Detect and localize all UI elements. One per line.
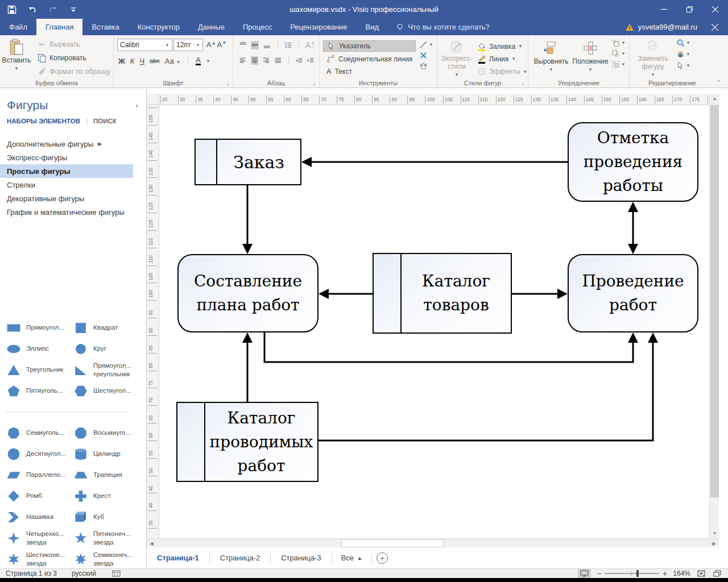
grow-font-button[interactable]: А▲ bbox=[206, 40, 216, 49]
line-style-button[interactable]: Линия▼ bbox=[475, 53, 530, 64]
zoom-slider[interactable]: − + bbox=[597, 569, 667, 577]
tab-stencils[interactable]: НАБОРЫ ЭЛЕМЕНТОВ bbox=[7, 118, 80, 124]
macro-recorder-icon[interactable] bbox=[111, 569, 121, 577]
close-x-icon[interactable] bbox=[705, 19, 725, 35]
group-button[interactable]: ▼ bbox=[611, 60, 626, 69]
connection-point-button[interactable] bbox=[419, 51, 433, 60]
copy-button[interactable]: Копировать bbox=[35, 52, 113, 64]
align-button[interactable]: Выровнять▼ bbox=[533, 38, 569, 77]
shape-star7[interactable]: Семиконеч... звезда bbox=[73, 551, 140, 567]
shape-styles-dialog-launcher-icon[interactable]: ⌟ bbox=[519, 80, 526, 86]
paragraph-dialog-launcher-icon[interactable]: ⌟ bbox=[311, 80, 317, 86]
decrease-indent-icon[interactable] bbox=[295, 56, 303, 65]
align-top-icon[interactable] bbox=[239, 41, 247, 49]
stencil-category[interactable]: Простые фигуры bbox=[0, 164, 133, 178]
font-family-select[interactable]: Calibri▼ bbox=[117, 39, 172, 51]
cut-button[interactable]: ✂Вырезать bbox=[35, 39, 113, 51]
bold-button[interactable]: Ж bbox=[118, 57, 125, 65]
change-shape-button[interactable]: Заменить фигуру▼ bbox=[634, 38, 672, 77]
italic-button[interactable]: К bbox=[130, 57, 135, 65]
node-katalog-tovarov[interactable]: Каталог товаров bbox=[373, 253, 512, 334]
scroll-up-icon[interactable]: ▲ bbox=[710, 94, 719, 103]
format-painter-button[interactable]: Формат по образцу bbox=[35, 65, 113, 77]
connector-tool-button[interactable]: Соединительная линия bbox=[323, 53, 416, 64]
find-button[interactable]: ▼ bbox=[676, 39, 690, 47]
node-katalog-rabot[interactable]: Каталог проводимых работ bbox=[176, 402, 318, 482]
shape-square[interactable]: Квадрат bbox=[73, 321, 140, 335]
shape-diamond[interactable]: Ромб bbox=[6, 489, 73, 504]
stencil-category[interactable]: Дополнительные фигуры▶ bbox=[0, 137, 146, 151]
line-tool-button[interactable]: ▼ bbox=[419, 40, 433, 49]
tell-me-box[interactable]: Что вы хотите сделать? bbox=[388, 19, 498, 35]
stencil-category[interactable]: Экспресс-фигуры bbox=[0, 151, 146, 164]
shape-circle[interactable]: Круг bbox=[73, 342, 140, 356]
shape-star4[interactable]: Четырехко... звезда bbox=[6, 530, 73, 546]
node-zakaz[interactable]: Заказ bbox=[195, 139, 301, 185]
node-otmetka[interactable]: Отметка проведения работы bbox=[568, 122, 698, 202]
font-color-button[interactable]: А bbox=[196, 56, 201, 65]
close-icon[interactable] bbox=[702, 0, 728, 19]
connector-katalograbot-provedenie[interactable] bbox=[318, 343, 653, 440]
shape-decagon[interactable]: Десятиугол... bbox=[6, 447, 73, 462]
scroll-right-icon[interactable]: ▶ bbox=[709, 539, 719, 548]
tab-конструктор[interactable]: Конструктор bbox=[129, 19, 189, 35]
vertical-scrollbar[interactable]: ▲ ▼ bbox=[709, 94, 719, 538]
shape-parallelogram[interactable]: Параллело... bbox=[6, 468, 73, 483]
shape-octagon[interactable]: Восьмиуго... bbox=[73, 426, 140, 440]
position-button[interactable]: Положение▼ bbox=[572, 38, 609, 77]
node-provedenie[interactable]: Проведение работ bbox=[568, 254, 698, 332]
shrink-font-button[interactable]: А▼ bbox=[217, 40, 227, 49]
tab-главная[interactable]: Главная bbox=[36, 19, 82, 35]
text-direction-icon[interactable]: A⤴ bbox=[305, 40, 315, 49]
zoom-slider-thumb[interactable] bbox=[636, 570, 639, 577]
tab-search[interactable]: ПОИСК bbox=[93, 118, 117, 124]
bring-forward-button[interactable]: ▼ bbox=[611, 39, 626, 47]
stencil-category[interactable]: Декоративные фигуры bbox=[0, 192, 146, 205]
justify-icon[interactable] bbox=[274, 56, 282, 65]
switch-windows-icon[interactable] bbox=[712, 569, 722, 577]
shape-trapezoid[interactable]: Трапеция bbox=[73, 468, 140, 483]
fit-page-icon[interactable] bbox=[696, 569, 706, 577]
stencil-category[interactable]: Стрелки bbox=[0, 178, 146, 192]
change-case-button[interactable]: Aa ▼ bbox=[165, 57, 180, 65]
shape-triangle[interactable]: Треугольник bbox=[6, 363, 73, 377]
align-middle-icon[interactable] bbox=[251, 41, 259, 49]
font-size-select[interactable]: 12пт▼ bbox=[173, 39, 203, 51]
shape-right-triangle[interactable]: Прямоугол... треугольник bbox=[73, 361, 140, 378]
layers-button[interactable]: ▼ bbox=[676, 50, 690, 59]
zoom-in-icon[interactable]: + bbox=[663, 569, 667, 577]
shape-heptagon[interactable]: Семиуголь... bbox=[6, 426, 73, 440]
tab-вид[interactable]: Вид bbox=[357, 19, 388, 35]
status-language[interactable]: русский bbox=[72, 569, 96, 577]
restore-icon[interactable] bbox=[677, 0, 702, 19]
bullets-icon[interactable] bbox=[284, 41, 292, 49]
tab-данные[interactable]: Данные bbox=[189, 19, 234, 35]
minimize-icon[interactable] bbox=[651, 0, 677, 19]
stencil-category[interactable]: График и математические фигуры bbox=[0, 205, 146, 219]
select-button[interactable]: ▼ bbox=[676, 61, 690, 70]
tab-процесс[interactable]: Процесс bbox=[234, 19, 281, 35]
shape-hexagon[interactable]: Шестиугол... bbox=[73, 384, 140, 398]
zoom-level[interactable]: 164% bbox=[673, 569, 690, 577]
increase-indent-icon[interactable] bbox=[307, 56, 315, 65]
shape-cross[interactable]: Крест bbox=[73, 489, 140, 504]
shape-chevron[interactable]: Нашивка bbox=[6, 510, 73, 525]
presentation-mode-icon[interactable] bbox=[578, 569, 591, 578]
shape-cube[interactable]: Куб bbox=[73, 510, 140, 525]
pointer-tool-button[interactable]: Указатель bbox=[323, 40, 416, 52]
collapse-ribbon-icon[interactable]: ⌃ bbox=[717, 79, 721, 85]
status-page-info[interactable]: Страница 1 из 3 bbox=[6, 569, 57, 577]
all-pages-button[interactable]: Все▲ bbox=[332, 554, 371, 562]
font-dialog-launcher-icon[interactable]: ⌟ bbox=[224, 80, 231, 86]
shape-ellipse[interactable]: Эллипс bbox=[6, 342, 73, 356]
paste-button[interactable]: Вставить▼ bbox=[0, 36, 33, 77]
align-center-icon[interactable] bbox=[251, 56, 259, 65]
effects-button[interactable]: Эффекты▼ bbox=[475, 66, 530, 77]
shape-cylinder[interactable]: Цилиндр bbox=[73, 447, 140, 462]
strikethrough-button[interactable]: abc bbox=[150, 57, 160, 64]
drawing-page[interactable]: Заказ Отметка проведения работы Составле… bbox=[159, 105, 709, 538]
align-right-icon[interactable] bbox=[262, 56, 270, 65]
horizontal-scrollbar[interactable]: ◀ ▶ bbox=[147, 538, 719, 547]
align-bottom-icon[interactable] bbox=[263, 41, 271, 49]
horizontal-scroll-thumb[interactable] bbox=[341, 539, 444, 547]
